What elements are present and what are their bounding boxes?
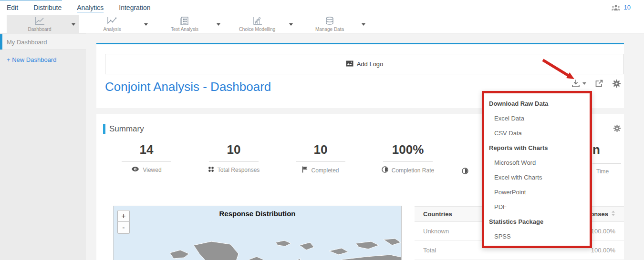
toolbar-item-manage-data[interactable]: Manage Data bbox=[297, 15, 369, 33]
users-count[interactable]: 10 bbox=[624, 4, 631, 11]
app-screen: Edit Distribute Analytics Integration 10 bbox=[0, 0, 644, 260]
settings-gear-icon[interactable] bbox=[612, 79, 621, 88]
top-nav-bar: Edit Distribute Analytics Integration 10 bbox=[0, 0, 644, 15]
map-title: Response Distribution bbox=[114, 210, 401, 218]
stat-completed: 10 Completed bbox=[282, 142, 359, 174]
stat-total-responses: 10 Total Responses bbox=[196, 142, 272, 174]
toolbar-item-label: Manage Data bbox=[297, 27, 363, 32]
stat-label: Viewed bbox=[143, 167, 161, 173]
menu-item-microsoft-word[interactable]: Microsoft Word bbox=[484, 155, 590, 170]
nav-item-edit[interactable]: Edit bbox=[7, 4, 18, 11]
toolbar-item-analysis[interactable]: Analysis bbox=[79, 15, 152, 33]
stat-label-row: Total Responses bbox=[196, 166, 272, 174]
caret-down-icon bbox=[289, 23, 293, 26]
scatter-chart-icon bbox=[224, 16, 290, 26]
world-map-land bbox=[114, 231, 401, 260]
responses-cell: 100.00% bbox=[591, 228, 615, 235]
country-cell: Unknown bbox=[423, 228, 449, 235]
stat-divider bbox=[383, 161, 433, 162]
dots-grid-icon bbox=[208, 166, 214, 174]
text-document-icon bbox=[152, 16, 218, 26]
toolbar-item-label: Analysis bbox=[79, 27, 145, 32]
dashboard-sidebar: My Dashboard + New Dashboard bbox=[0, 33, 86, 260]
menu-section-header: Statistics Package bbox=[484, 214, 590, 229]
download-button[interactable] bbox=[571, 79, 586, 88]
responses-cell: 100.00% bbox=[591, 247, 615, 254]
download-dropdown-menu: Download Raw Data Excel Data CSV Data Re… bbox=[482, 91, 592, 248]
line-chart-icon bbox=[7, 16, 73, 26]
stat-value: 100% bbox=[370, 142, 446, 157]
menu-item-pdf[interactable]: PDF bbox=[484, 200, 590, 214]
toolbar-item-text-analysis[interactable]: Text Analysis bbox=[152, 15, 224, 33]
stat-label: Completed bbox=[311, 167, 339, 174]
menu-item-excel-with-charts[interactable]: Excel with Charts bbox=[484, 170, 590, 185]
toolbar-item-choice-modelling[interactable]: Choice Modelling bbox=[224, 15, 297, 33]
nav-items: Edit Distribute Analytics Integration bbox=[7, 0, 150, 15]
menu-item-csv-data[interactable]: CSV Data bbox=[484, 126, 590, 140]
sidebar-item-label: My Dashboard bbox=[7, 39, 47, 46]
stat-label: Completion Rate bbox=[392, 167, 434, 174]
page-title: Conjoint Analysis - Dashboard bbox=[105, 80, 271, 94]
summary-title: Summary bbox=[109, 124, 144, 134]
nav-right: 10 bbox=[611, 0, 631, 15]
stat-label-row: Completion Rate bbox=[370, 166, 446, 174]
stat-divider bbox=[296, 161, 345, 162]
stat-value: 10 bbox=[282, 142, 359, 157]
countries-column-header: Countries bbox=[423, 210, 452, 218]
hidden-stat-value-fragment: n bbox=[592, 142, 600, 157]
menu-section-header: Reports with Charts bbox=[484, 140, 590, 155]
summary-accent-bar bbox=[103, 124, 105, 134]
menu-item-excel-data[interactable]: Excel Data bbox=[484, 111, 590, 126]
analytics-toolbar: Dashboard Analysis bbox=[0, 15, 644, 33]
hidden-stat-divider-fragment bbox=[592, 163, 621, 164]
analysis-chart-icon bbox=[79, 16, 145, 26]
flag-icon bbox=[302, 166, 308, 174]
nav-item-distribute[interactable]: Distribute bbox=[33, 4, 62, 11]
half-circle-icon bbox=[462, 168, 468, 176]
share-button[interactable] bbox=[594, 79, 604, 88]
half-circle-icon bbox=[382, 166, 388, 174]
stat-completion-rate: 100% Completion Rate bbox=[370, 142, 446, 174]
add-logo-label: Add Logo bbox=[357, 60, 384, 68]
summary-header: Summary bbox=[103, 124, 144, 134]
toolbar-item-label: Choice Modelling bbox=[224, 27, 290, 32]
caret-down-icon bbox=[217, 23, 220, 26]
menu-item-spss[interactable]: SPSS bbox=[484, 229, 590, 244]
stat-viewed: 14 Viewed bbox=[108, 142, 185, 173]
stat-value: 10 bbox=[196, 142, 272, 157]
header-actions bbox=[571, 79, 621, 88]
add-logo-button[interactable]: Add Logo bbox=[105, 54, 624, 74]
stat-label: Total Responses bbox=[218, 167, 260, 173]
caret-down-icon bbox=[144, 23, 148, 26]
image-icon bbox=[346, 60, 353, 69]
map-zoom-controls: + - bbox=[117, 210, 130, 234]
sidebar-item-my-dashboard[interactable]: My Dashboard bbox=[0, 34, 86, 50]
nav-item-integration[interactable]: Integration bbox=[119, 4, 150, 11]
nav-item-analytics[interactable]: Analytics bbox=[77, 4, 104, 11]
menu-section-header: Download Raw Data bbox=[484, 96, 590, 111]
stat-label-row: Viewed bbox=[108, 166, 185, 173]
response-distribution-map: Response Distribution + - bbox=[113, 206, 402, 260]
menu-item-powerpoint[interactable]: PowerPoint bbox=[484, 185, 590, 200]
new-dashboard-link[interactable]: + New Dashboard bbox=[7, 56, 56, 63]
caret-down-icon bbox=[362, 23, 365, 26]
toolbar-item-dashboard[interactable]: Dashboard bbox=[7, 15, 79, 33]
map-zoom-in-button[interactable]: + bbox=[117, 210, 130, 222]
stat-value: 14 bbox=[108, 142, 185, 157]
stat-divider bbox=[209, 161, 259, 162]
toolbar-item-label: Dashboard bbox=[7, 27, 73, 32]
caret-down-icon bbox=[72, 23, 75, 26]
summary-settings-gear-icon[interactable] bbox=[613, 124, 621, 132]
hidden-stat-label-fragment: Time bbox=[596, 168, 609, 175]
caret-down-icon bbox=[582, 82, 586, 85]
toolbar-item-label: Text Analysis bbox=[152, 27, 218, 32]
country-cell: Total bbox=[423, 247, 436, 254]
stat-divider bbox=[122, 161, 171, 162]
stat-label-row: Completed bbox=[282, 166, 359, 174]
selected-indicator-bar bbox=[0, 34, 2, 50]
eye-icon bbox=[131, 166, 139, 173]
users-icon[interactable] bbox=[611, 4, 621, 11]
sort-arrows-icon bbox=[611, 210, 615, 218]
database-icon bbox=[297, 16, 363, 26]
